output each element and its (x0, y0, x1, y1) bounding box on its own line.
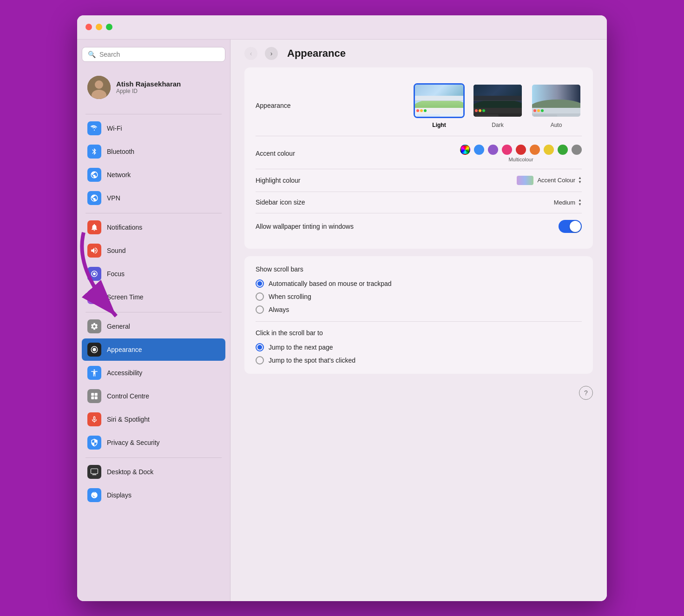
search-input[interactable] (99, 51, 219, 58)
sidebar-item-siri[interactable]: Siri & Spotlight (82, 408, 225, 431)
title-bar (77, 15, 607, 40)
svg-point-32 (537, 109, 540, 112)
page-title: Appearance (287, 47, 346, 60)
yellow-dot[interactable] (544, 145, 554, 155)
sidebar-item-sound[interactable]: Sound (82, 239, 225, 262)
click-spot-radio[interactable] (256, 356, 264, 364)
toggle-knob (570, 221, 581, 232)
highlight-colour-control[interactable]: Accent Colour ▲ ▼ (517, 176, 582, 185)
sidebar-item-bluetooth[interactable]: Bluetooth (82, 140, 225, 163)
svg-rect-5 (91, 393, 94, 396)
highlight-swatch (517, 176, 533, 185)
sidebar-item-accessibility[interactable]: Accessibility (82, 362, 225, 384)
sidebar-icon-size-control[interactable]: Medium ▲ ▼ (554, 199, 582, 206)
svg-rect-7 (91, 396, 94, 399)
svg-point-31 (533, 109, 536, 112)
sidebar-item-label-vpn: VPN (107, 194, 120, 202)
click-scroll-options: Jump to the next page Jump to the spot t… (256, 343, 582, 364)
scroll-always-radio[interactable] (256, 305, 264, 314)
svg-point-25 (482, 109, 485, 112)
multicolour-dot[interactable] (460, 145, 470, 155)
stepper-down[interactable]: ▼ (578, 180, 582, 184)
scroll-scrolling-option[interactable]: When scrolling (256, 292, 582, 301)
purple-dot[interactable] (488, 145, 498, 155)
wallpaper-tinting-row: Allow wallpaper tinting in windows (256, 213, 582, 239)
sidebar-item-wifi[interactable]: Wi-Fi (82, 117, 225, 139)
scroll-auto-option[interactable]: Automatically based on mouse or trackpad (256, 279, 582, 288)
scroll-auto-label: Automatically based on mouse or trackpad (269, 280, 392, 287)
sidebar-item-focus[interactable]: Focus (82, 263, 225, 285)
light-mode-option[interactable]: Light (414, 83, 465, 128)
sidebar-item-label-network: Network (107, 171, 131, 179)
wallpaper-tinting-toggle[interactable] (559, 220, 582, 233)
sidebar: 🔍 Atish Rajasekharan Apple ID (77, 40, 230, 601)
icon-size-down[interactable]: ▼ (578, 203, 582, 206)
minimize-button[interactable] (96, 24, 102, 30)
back-button[interactable]: ‹ (244, 47, 257, 60)
click-next-page-radio[interactable] (256, 343, 264, 351)
icon-size-stepper[interactable]: ▲ ▼ (578, 199, 582, 206)
graphite-dot[interactable] (572, 145, 582, 155)
displays-icon (87, 488, 101, 502)
sidebar-divider-4 (86, 457, 222, 458)
green-dot[interactable] (558, 145, 568, 155)
click-next-page-option[interactable]: Jump to the next page (256, 343, 582, 351)
pink-dot[interactable] (502, 145, 512, 155)
sidebar-item-label-notifications: Notifications (107, 224, 142, 231)
svg-point-24 (479, 109, 481, 112)
help-button[interactable]: ? (579, 386, 593, 400)
sidebar-item-privacy[interactable]: Privacy & Security (82, 431, 225, 454)
click-spot-option[interactable]: Jump to the spot that's clicked (256, 356, 582, 364)
close-button[interactable] (86, 24, 92, 30)
svg-point-16 (420, 109, 423, 112)
user-info: Atish Rajasekharan Apple ID (116, 80, 181, 94)
accessibility-icon (87, 366, 101, 380)
svg-point-4 (92, 348, 96, 351)
sidebar-item-notifications[interactable]: Notifications (82, 216, 225, 238)
sidebar-item-appearance[interactable]: Appearance (82, 338, 225, 361)
sidebar-item-general[interactable]: General (82, 315, 225, 338)
svg-point-23 (475, 109, 478, 112)
sidebar-item-network[interactable]: Network (82, 164, 225, 186)
dark-preview-img (474, 85, 522, 117)
scroll-bars-options: Automatically based on mouse or trackpad… (256, 279, 582, 314)
sidebar-item-desktop-dock[interactable]: Desktop & Dock (82, 461, 225, 483)
scroll-auto-radio[interactable] (256, 279, 264, 288)
sidebar-item-displays[interactable]: Displays (82, 484, 225, 506)
sidebar-item-label-displays: Displays (107, 491, 132, 499)
stepper-up[interactable]: ▲ (578, 176, 582, 180)
accent-colour-options: Multicolour (460, 145, 582, 162)
svg-point-17 (424, 109, 427, 112)
forward-button[interactable]: › (265, 47, 278, 60)
orange-dot[interactable] (530, 145, 540, 155)
highlight-colour-row: Highlight colour Accent Colour ▲ ▼ (256, 169, 582, 192)
red-dot[interactable] (516, 145, 526, 155)
auto-mode-option[interactable]: Auto (531, 83, 582, 128)
focus-icon (87, 267, 101, 281)
maximize-button[interactable] (106, 24, 112, 30)
user-profile[interactable]: Atish Rajasekharan Apple ID (82, 71, 225, 104)
blue-dot[interactable] (474, 145, 484, 155)
siri-icon (87, 412, 101, 426)
sidebar-item-label-desktop-dock: Desktop & Dock (107, 468, 153, 476)
svg-point-33 (541, 109, 544, 112)
accent-colour-label: Accent colour (256, 150, 295, 157)
control-centre-icon (87, 389, 101, 403)
icon-size-up[interactable]: ▲ (578, 199, 582, 202)
sidebar-item-screen-time[interactable]: Screen Time (82, 286, 225, 308)
scroll-scrolling-radio[interactable] (256, 292, 264, 301)
appearance-mode-row: Appearance (256, 77, 582, 136)
selected-colour-label: Multicolour (508, 157, 533, 162)
light-preview-img (415, 85, 463, 117)
stepper-arrows[interactable]: ▲ ▼ (578, 176, 582, 184)
sidebar-item-label-screen-time: Screen Time (107, 293, 144, 301)
scroll-always-option[interactable]: Always (256, 305, 582, 314)
scroll-divider (256, 321, 582, 322)
sidebar-item-vpn[interactable]: VPN (82, 187, 225, 209)
search-bar[interactable]: 🔍 (82, 47, 225, 62)
user-name: Atish Rajasekharan (116, 80, 181, 88)
sidebar-item-control-centre[interactable]: Control Centre (82, 385, 225, 407)
sidebar-item-label-general: General (107, 323, 130, 330)
dark-mode-option[interactable]: Dark (472, 83, 523, 128)
highlight-colour-label: Highlight colour (256, 177, 301, 184)
